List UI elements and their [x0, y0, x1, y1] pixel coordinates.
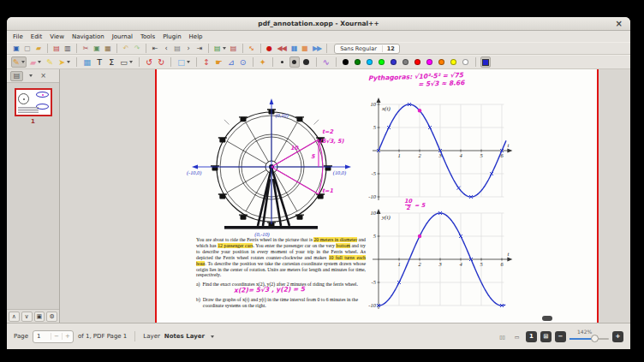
next-page-icon[interactable]: › — [183, 43, 194, 54]
zoom-slider-track[interactable] — [569, 338, 609, 340]
color-red[interactable] — [413, 56, 423, 68]
chevron-down-icon[interactable] — [129, 61, 133, 63]
zoom-out-button[interactable]: − — [555, 331, 566, 342]
stop-icon[interactable]: ■ — [300, 43, 310, 54]
export-pdf-icon[interactable]: ▤ — [51, 43, 62, 54]
color-light-blue[interactable] — [365, 56, 375, 68]
duplicate-page-button[interactable]: ▣ — [34, 312, 45, 322]
presentation-mode-icon[interactable]: ▭ — [511, 331, 522, 342]
color-chooser-swatch[interactable] — [480, 56, 491, 68]
color-magenta[interactable] — [425, 56, 435, 68]
color-blue[interactable] — [389, 56, 399, 68]
page-thumbnail[interactable] — [15, 88, 52, 116]
record-audio-icon[interactable]: ● — [265, 43, 275, 54]
color-light-green[interactable] — [377, 56, 387, 68]
last-page-icon[interactable]: ⇥ — [194, 43, 205, 54]
scroll-down-button[interactable]: ∨ — [21, 312, 33, 322]
select-pdf-text-icon[interactable]: ➤ — [57, 56, 72, 68]
paste-icon[interactable]: ▦ — [103, 43, 113, 54]
select-rectangle-icon[interactable]: □ — [176, 56, 192, 68]
menu-file[interactable]: File — [13, 33, 23, 40]
rotate-cw-icon[interactable]: ↻ — [156, 56, 166, 68]
menu-navigation[interactable]: Navigation — [72, 33, 104, 40]
chevron-down-icon[interactable] — [211, 335, 214, 338]
thumbnail-settings-button[interactable]: ⚙ — [46, 312, 57, 322]
layer-selector[interactable]: Notes Layer — [164, 333, 205, 340]
horizontal-scrollbar-thumb[interactable] — [542, 316, 552, 321]
image-tool-icon[interactable]: ▦ — [81, 56, 92, 68]
font-family-value[interactable]: Sans Regular — [335, 45, 383, 52]
zoom-fit-icon[interactable]: ⊞ — [540, 331, 552, 342]
pdf-page[interactable]: (0,10) (-10,0) (10,0) (0,-10) 10 5 t=2 (… — [155, 69, 599, 323]
menu-view[interactable]: View — [50, 33, 64, 40]
zoom-slider-thumb[interactable] — [591, 335, 599, 342]
undo-icon[interactable]: ↶ — [121, 43, 131, 54]
previous-page-icon[interactable]: ‹ — [161, 43, 171, 54]
shape-tool-icon[interactable]: ▭ — [118, 56, 134, 68]
color-black[interactable] — [341, 56, 351, 68]
menu-edit[interactable]: Edit — [31, 33, 43, 40]
font-selector[interactable]: Sans Regular 12 — [334, 44, 400, 54]
color-white[interactable] — [461, 56, 471, 68]
canvas[interactable]: (0,10) (-10,0) (10,0) (0,-10) 10 5 t=2 (… — [60, 69, 630, 323]
menu-help[interactable]: Help — [189, 33, 203, 40]
page-preview-toggle[interactable]: ▤ — [10, 71, 23, 81]
rewind-icon[interactable]: ◀◀ — [276, 43, 288, 54]
setsquare-icon[interactable]: ⊿ — [226, 56, 236, 68]
eraser-tool-icon[interactable]: ▰ — [28, 56, 43, 68]
fullscreen-icon[interactable]: ↔ — [247, 43, 257, 54]
vertical-space-icon[interactable]: ↕ — [201, 56, 212, 68]
save-icon[interactable]: ▣ — [11, 43, 21, 54]
compass-icon[interactable]: ⊙ — [238, 56, 248, 68]
color-orange[interactable] — [437, 56, 447, 68]
rotate-ccw-icon[interactable]: ↺ — [144, 56, 154, 68]
text-tool-icon[interactable]: T — [94, 56, 104, 68]
color-green[interactable] — [353, 56, 363, 68]
redo-icon[interactable]: ↷ — [132, 43, 142, 54]
cut-icon[interactable]: ✂ — [80, 43, 91, 54]
menu-tools[interactable]: Tools — [140, 33, 155, 40]
page-number-input[interactable]: 1 — [33, 333, 51, 340]
pen-tool-icon[interactable]: ✎ — [11, 56, 27, 68]
titlebar[interactable]: pdf_annotation.xopp - Xournal++ × — [7, 17, 630, 31]
delete-page-icon[interactable]: ▤ — [229, 43, 239, 54]
page-number-spinbox[interactable]: 1 − + — [33, 330, 74, 343]
color-gray[interactable] — [401, 56, 411, 68]
dual-page-view-icon[interactable]: ▯▯ — [497, 331, 508, 342]
thickness-thick-dot[interactable] — [301, 56, 312, 68]
goto-page-icon[interactable]: ▤ — [172, 43, 182, 54]
page-increment-button[interactable]: + — [62, 333, 73, 340]
new-document-icon[interactable]: ▢ — [22, 43, 33, 54]
menu-plugin[interactable]: Plugin — [163, 33, 181, 40]
highlighter-tool-icon[interactable]: ✎ — [45, 56, 55, 68]
print-icon[interactable]: ▥ — [63, 43, 73, 54]
hand-tool-icon[interactable]: ☛ — [213, 56, 224, 68]
chevron-down-icon[interactable] — [223, 47, 226, 50]
chevron-down-icon[interactable] — [38, 61, 41, 63]
color-yellow[interactable] — [449, 56, 459, 68]
shape-recognizer-icon[interactable]: ∿ — [321, 56, 331, 68]
zoom-slider[interactable]: 142% — [569, 329, 609, 344]
page-decrement-button[interactable]: − — [51, 333, 62, 340]
zoom-original-icon[interactable]: 1 — [526, 331, 537, 342]
select-object-icon[interactable]: ✦ — [258, 56, 268, 68]
chevron-down-icon[interactable] — [21, 61, 25, 63]
add-page-icon[interactable]: ▤ — [212, 43, 228, 54]
font-size-value[interactable]: 12 — [383, 45, 399, 52]
menu-journal[interactable]: Journal — [112, 33, 133, 40]
scroll-up-button[interactable]: ∧ — [9, 312, 20, 322]
pause-icon[interactable]: ▮▮ — [289, 43, 299, 54]
chevron-down-icon[interactable] — [29, 74, 33, 77]
tex-tool-icon[interactable]: Σ — [106, 56, 116, 68]
copy-icon[interactable]: ▣ — [92, 43, 102, 54]
open-folder-icon[interactable]: ▰ — [33, 43, 44, 54]
thickness-fine-dot[interactable] — [277, 56, 288, 68]
close-window-icon[interactable]: × — [616, 19, 623, 28]
thickness-medium-dot[interactable] — [289, 56, 300, 68]
sidebar-close-icon[interactable]: × — [37, 71, 50, 81]
fast-forward-icon[interactable]: ▶▶ — [311, 43, 323, 54]
chevron-down-icon[interactable] — [187, 61, 190, 63]
chevron-down-icon[interactable] — [67, 61, 70, 63]
zoom-in-button[interactable]: + — [612, 331, 623, 342]
first-page-icon[interactable]: ⇤ — [150, 43, 160, 54]
